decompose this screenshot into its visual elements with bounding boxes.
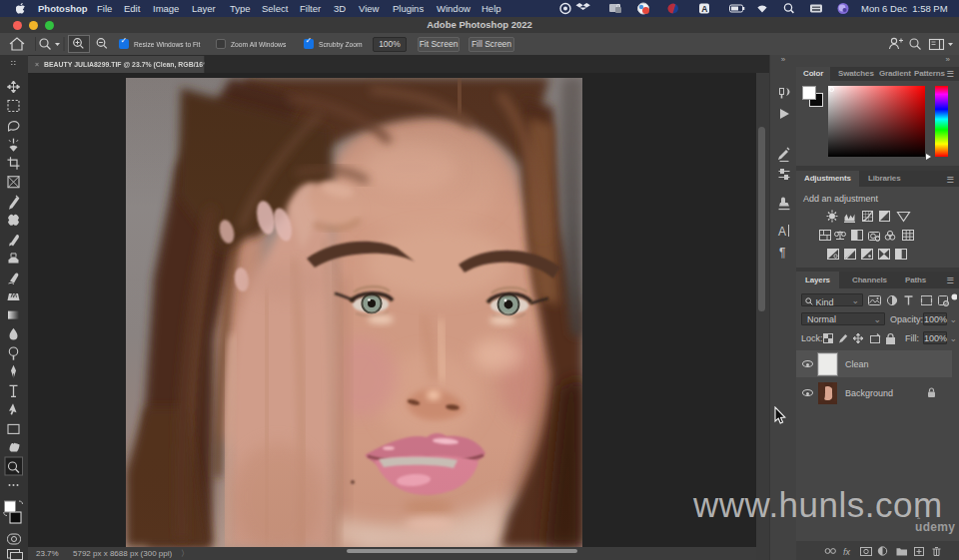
svg-text:¶: ¶ [779,246,785,260]
svg-text:A: A [701,4,707,14]
svg-text:A: A [778,225,786,239]
svg-text:fx: fx [843,547,851,557]
